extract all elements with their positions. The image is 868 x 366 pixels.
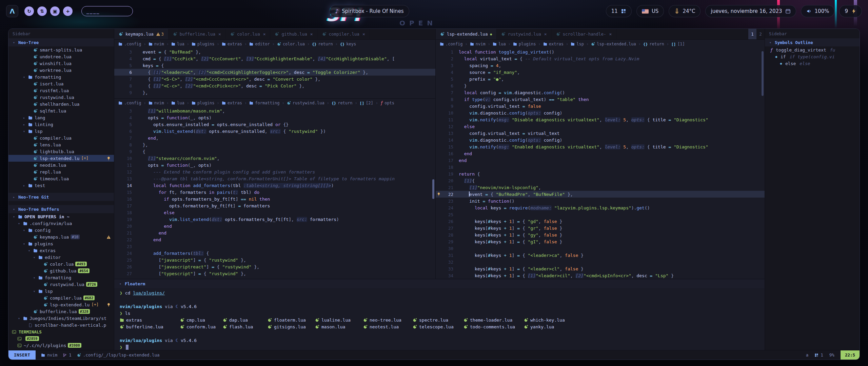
topbar-action-button-2[interactable]: ⇅ [37,6,47,16]
tree-item-undotree-lua[interactable]: undotree.lua [8,53,114,60]
code-line[interactable]: 16 end [436,150,765,157]
code-line[interactable]: 14 local function add_formatters(tbl :ta… [114,182,435,189]
code-line[interactable]: 25 ["javascript"] = { "rustywind" }, [114,257,435,263]
code-editor[interactable]: 1local function toggle_diag_virtext()2 l… [436,48,765,279]
volume-widget[interactable]: 100% [801,5,835,17]
code-line[interactable]: 13 ---@param tbl table<string, conform.F… [114,175,435,182]
tree-item-keymaps-lua[interactable]: keymaps.lua#10 [8,233,114,240]
tree-item-extras[interactable]: ▾extras [8,247,114,254]
tree-item-repl-lua[interactable]: repl.lua [8,168,114,175]
code-line[interactable]: 9 config.virtual_text = false [436,103,765,109]
breadcrumb-item-lua[interactable]: lua [171,42,184,46]
tree-item-config-nvim-lua[interactable]: ▾.config/nvim/lua [8,220,114,227]
code-line[interactable]: 25 [436,211,765,218]
tab-keymaps-lua[interactable]: keymaps.lua3 [114,29,169,39]
tree-item-config[interactable]: ▾config [8,227,114,233]
tree-item-formatting[interactable]: ▾formatting [8,74,114,80]
breadcrumb-item-config[interactable]: .config [118,101,141,105]
breadcrumb-item-formatting[interactable]: formatting [249,101,279,105]
code-line[interactable]: 7 local config = vim.diagnostic.config() [436,89,765,96]
tree-item-github-lua[interactable]: github.lua#654 [8,267,114,274]
code-line[interactable]: 19return { [436,170,765,177]
tree-item-rustywind-lua[interactable]: rustywind.lua#726 [8,281,114,288]
tree-item-isort-lua[interactable]: isort.lua [8,80,114,87]
tree-item-rustywind-lua[interactable]: rustywind.lua [8,94,114,101]
code-line[interactable]: 15 vim.notify(msg: "Enabled diagnostics … [436,143,765,150]
code-line[interactable]: 28 keys[#keys + 1] = { "gy", false } [436,231,765,238]
code-line[interactable]: 3 [1]"williamboman/mason.nvim", [114,107,435,114]
tabpage-1[interactable]: 1 [748,29,756,39]
breadcrumb-item-plugins[interactable]: plugins [513,42,536,46]
code-line[interactable]: 27 ["typescript"] = { "rustywind" }, [114,270,435,277]
code-line[interactable]: 1local function toggle_diag_virtext() [436,48,765,55]
tabpage-2[interactable]: 2 [756,29,765,39]
topbar-action-button-4[interactable]: + [63,6,73,16]
keyboard-layout-widget[interactable]: US [636,5,664,17]
editor-scrollbar[interactable] [432,179,434,199]
code-editor[interactable]: 3 [1]"williamboman/mason.nvim",4 opts = … [114,107,435,277]
tree-item-lsp-extended-lu[interactable]: lsp-extended.lu[+] [8,155,114,162]
tree-item-lsp[interactable]: ▾lsp [8,128,114,135]
code-line[interactable]: 21 [1]"neovim/nvim-lspconfig", [436,184,765,191]
tree-item-timeout-lua[interactable]: timeout.lua [8,175,114,182]
code-line[interactable]: 16 if opts.formatters_by_ft[ft] == nil t… [114,196,435,202]
symbols-outline-header[interactable]: ▾ Symbols Outline [765,38,860,46]
terminal-buffer-3980[interactable]: ~/.c/n/l/plugins#3980 [8,342,114,349]
code-line[interactable]: 11 opts = function(_, opts) [114,162,435,168]
topbar-input-field[interactable]: ____ [81,6,133,16]
tree-item-linting[interactable]: ▸linting [8,121,114,128]
breadcrumb-item-opts[interactable]: ƒopts [380,101,394,105]
tab-color-lua[interactable]: color.lua× [226,29,271,39]
tab-scrollbar-handle[interactable]: scrollbar-handle-× [552,29,617,39]
breadcrumb-item-plugins[interactable]: plugins [192,42,215,46]
tree-item-formatting[interactable]: ▾formatting [8,274,114,281]
code-line[interactable]: 11 vim.notify(msg: "Disable diagnostics … [436,116,765,123]
code-line[interactable]: 12 else [436,123,765,130]
code-line[interactable]: 3 spacing = 4, [436,62,765,69]
code-line[interactable]: 18 [436,164,765,170]
tree-item-lsp[interactable]: ▾lsp [8,288,114,294]
tree-item-sqlfmt-lua[interactable]: sqlfmt.lua [8,107,114,114]
tree-item-lightbulb-lua[interactable]: lightbulb.lua [8,148,114,155]
tab-rustywind-lua[interactable]: rustywind.lua× [497,29,552,39]
code-line[interactable]: 4 source = "if_many", [436,69,765,76]
code-line[interactable]: 26 ["javascriptreact"] = { "rustywind" }… [114,263,435,270]
close-icon[interactable]: × [544,32,547,37]
tree-item-neodim-lua[interactable]: neodim.lua [8,162,114,168]
tabpage-indicator[interactable]: 1 [814,352,823,358]
code-line[interactable]: 32 [436,259,765,265]
code-line[interactable]: 20 [1]{ [436,177,765,184]
neotree-buffers-header[interactable]: ▾ Neo-Tree Buffers [8,205,114,213]
tree-item-lang[interactable]: ▸lang [8,114,114,121]
terminal-output[interactable]: ❯ cd lua/plugins/nvim/lua/plugins via ☾ … [114,288,765,350]
weather-widget[interactable]: 24°C [669,5,701,17]
code-line[interactable]: 30 [436,245,765,252]
updates-widget[interactable]: 9 [839,5,862,17]
breadcrumb-item-nvim[interactable]: nvim [149,42,164,46]
code-line[interactable]: 6 vim.list_extend(dst: opts.ensure_insta… [114,128,435,135]
code-line[interactable]: 14 vim.diagnostic.config(opts: config) [436,137,765,143]
breadcrumb-item-rustywind-lua[interactable]: rustywind.lua [287,101,324,105]
breadcrumb-item-nvim[interactable]: nvim [470,42,486,46]
close-icon[interactable]: × [218,32,221,37]
code-line[interactable]: 29 keys[#keys + 1] = { "gI", false } [436,238,765,245]
breadcrumb-item-config[interactable]: .config [118,42,141,46]
breadcrumb-item-extras[interactable]: extras [222,42,242,46]
code-editor[interactable]: 3 event = { "BufRead" },4 cmd = { [1]"Cc… [114,48,435,96]
launcher-button[interactable]: Λ [6,5,18,17]
code-line[interactable]: 5 opts.ensure_installed = opts.ensure_in… [114,121,435,128]
code-line[interactable]: 23 init = function() [436,198,765,204]
floaterm-header[interactable]: ▾ Floaterm [114,279,765,288]
code-line[interactable]: 8 { [1]"<C-c>", [2]"<cmd>CccPick<cr>", d… [114,82,435,89]
code-line[interactable]: 24 add_formatters(tbl: { [114,250,435,257]
code-line[interactable]: 9 }, [114,89,435,96]
code-line[interactable]: 19 vim.list_extend(dst: opts.formatters_… [114,216,435,223]
breadcrumb-item-1[interactable]: [][1] [671,42,685,46]
tab-github-lua[interactable]: github.lua× [270,29,317,39]
neotree-git-header[interactable]: ▸ Neo-Tree Git [8,193,114,201]
code-line[interactable]: 6 { [1]"<leader>uC", [2]"<cmd>CccHighlig… [114,69,435,76]
breadcrumb-item-lua[interactable]: lua [171,101,184,105]
code-line[interactable]: 17 opts.formatters_by_ft[ft] = formatter… [114,202,435,209]
date-widget[interactable]: jueves, noviembre 16, 2023 [705,5,796,17]
tree-item-smart-splits-lua[interactable]: smart-splits.lua [8,46,114,53]
